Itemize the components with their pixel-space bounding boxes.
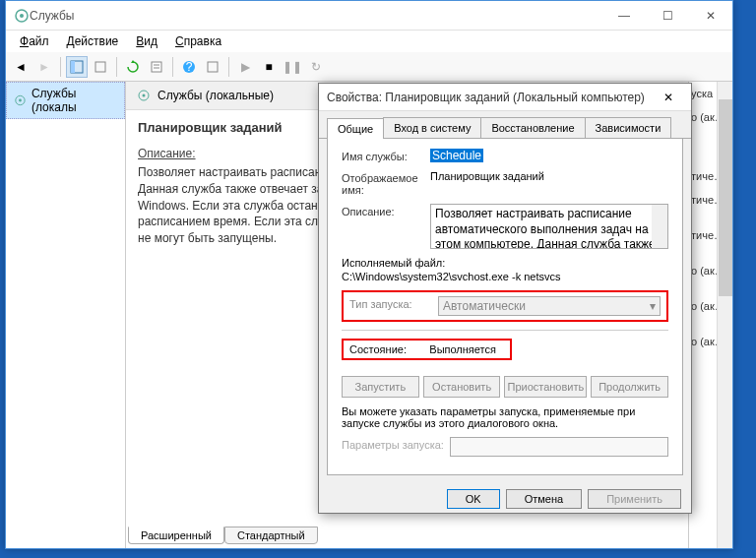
value-description[interactable]: Позволяет настраивать расписание автомат… <box>430 204 668 249</box>
label-service-name: Имя службы: <box>342 149 430 162</box>
input-start-params[interactable] <box>450 437 668 457</box>
toolbar: ◄ ► ? ▶ ■ ❚❚ ↻ <box>6 52 732 82</box>
tab-general[interactable]: Общие <box>327 118 384 139</box>
tab-recovery[interactable]: Восстановление <box>480 117 585 138</box>
textarea-scrollbar[interactable] <box>652 205 667 248</box>
svg-rect-5 <box>152 62 161 72</box>
svg-rect-10 <box>208 62 218 72</box>
dialog-buttons: OK Отмена Применить <box>319 483 691 515</box>
dialog-close-button[interactable]: ✕ <box>654 91 683 104</box>
forward-button[interactable]: ► <box>33 56 55 78</box>
label-executable: Исполняемый файл: <box>342 257 445 269</box>
value-state: Выполняется <box>429 343 496 355</box>
tree-item-label: Службы (локалы <box>32 87 118 114</box>
view-tabs: Расширенный Стандартный <box>128 527 318 544</box>
ok-button[interactable]: OK <box>447 489 500 509</box>
detail-header-label: Службы (локальные) <box>158 89 274 102</box>
dialog-tabs: Общие Вход в систему Восстановление Зави… <box>319 111 691 139</box>
export-button[interactable] <box>90 56 111 78</box>
value-service-name[interactable]: Schedule <box>430 149 483 162</box>
params-hint: Вы можете указать параметры запуска, при… <box>342 405 668 429</box>
start-service-button[interactable]: ▶ <box>234 56 256 78</box>
menu-view[interactable]: Вид <box>128 32 165 50</box>
cancel-button[interactable]: Отмена <box>506 489 582 509</box>
stop-service-button[interactable]: ■ <box>258 56 280 78</box>
label-description: Описание: <box>342 204 430 217</box>
tree-item-services[interactable]: Службы (локалы <box>6 82 125 119</box>
value-executable: C:\Windows\system32\svchost.exe -k netsv… <box>342 271 561 282</box>
label-display-name: Отображаемое имя: <box>342 170 430 196</box>
tab-dependencies[interactable]: Зависимости <box>585 117 672 138</box>
menu-help[interactable]: Справка <box>167 32 229 50</box>
tree-pane: Службы (локалы <box>6 82 126 548</box>
menu-file[interactable]: Файл <box>12 32 57 50</box>
svg-point-12 <box>19 99 22 102</box>
back-button[interactable]: ◄ <box>10 56 32 78</box>
minimize-button[interactable]: — <box>602 1 646 30</box>
scroll-thumb[interactable] <box>719 99 732 296</box>
apply-button[interactable]: Применить <box>588 489 681 509</box>
dialog-titlebar[interactable]: Свойства: Планировщик заданий (Локальный… <box>319 84 691 111</box>
highlight-state: Состояние: Выполняется <box>342 339 512 360</box>
menu-action[interactable]: Действие <box>59 32 127 50</box>
label-startup-type: Тип запуска: <box>349 296 438 310</box>
help-button[interactable]: ? <box>178 56 200 78</box>
maximize-button[interactable]: ☐ <box>646 1 689 30</box>
svg-point-1 <box>20 14 24 18</box>
dialog-title: Свойства: Планировщик заданий (Локальный… <box>327 91 654 104</box>
gear-icon <box>13 93 28 108</box>
label-start-params: Параметры запуска: <box>342 437 450 451</box>
pause-button[interactable]: Приостановить <box>504 376 587 398</box>
restart-service-button[interactable]: ↻ <box>305 56 327 78</box>
dialog-body: Имя службы: Schedule Отображаемое имя: П… <box>327 139 683 475</box>
show-hide-tree-button[interactable] <box>66 56 88 78</box>
services-icon <box>14 8 30 24</box>
titlebar[interactable]: Службы — ☐ ✕ <box>6 1 732 31</box>
gear-icon <box>136 88 152 103</box>
svg-rect-4 <box>95 62 105 72</box>
highlight-startup-type: Тип запуска: Автоматически▾ <box>342 290 668 322</box>
properties-dialog: Свойства: Планировщик заданий (Локальный… <box>318 83 692 514</box>
label-state: Состояние: <box>349 343 407 355</box>
properties-button[interactable] <box>146 56 167 78</box>
window-title: Службы <box>30 9 602 23</box>
tab-standard[interactable]: Стандартный <box>224 527 318 544</box>
resume-button[interactable]: Продолжить <box>591 376 668 398</box>
pause-service-button[interactable]: ❚❚ <box>282 56 303 78</box>
combo-startup-type[interactable]: Автоматически▾ <box>438 296 661 316</box>
refresh-button[interactable] <box>122 56 144 78</box>
start-button[interactable]: Запустить <box>342 376 419 398</box>
vertical-scrollbar[interactable] <box>717 82 732 548</box>
svg-point-14 <box>143 94 146 97</box>
tab-logon[interactable]: Вход в систему <box>383 117 481 138</box>
tool-button[interactable] <box>202 56 223 78</box>
chevron-down-icon: ▾ <box>650 299 656 313</box>
value-display-name: Планировщик заданий <box>430 170 668 182</box>
svg-text:?: ? <box>186 60 193 74</box>
stop-button[interactable]: Остановить <box>423 376 501 398</box>
tab-extended[interactable]: Расширенный <box>128 527 224 544</box>
menubar: Файл Действие Вид Справка <box>6 31 732 52</box>
close-button[interactable]: ✕ <box>689 1 732 30</box>
svg-rect-3 <box>71 61 75 73</box>
